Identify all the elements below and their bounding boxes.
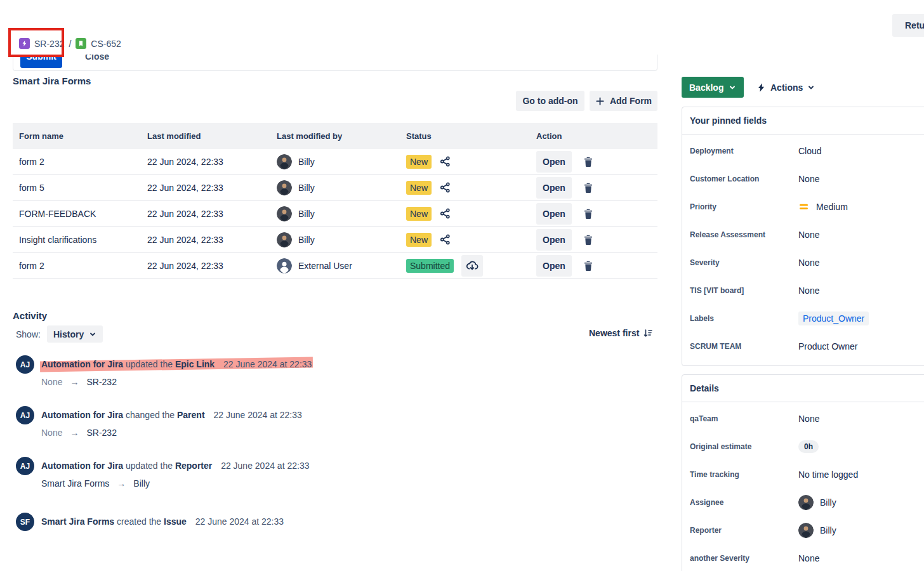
download-submission-button[interactable]	[461, 255, 483, 277]
open-form-button[interactable]: Open	[536, 177, 572, 199]
table-row: form 2 22 Jun 2024, 22:33 External User …	[13, 253, 657, 279]
automation-avatar: AJ	[16, 355, 34, 374]
col-action: Action	[536, 131, 657, 141]
user-avatar	[277, 206, 292, 221]
modified-by-name: Billy	[298, 157, 315, 167]
return-button[interactable]: Return	[892, 14, 924, 37]
open-form-button[interactable]: Open	[536, 229, 572, 251]
share-icon[interactable]	[439, 233, 451, 246]
open-form-button[interactable]: Open	[536, 151, 572, 173]
col-last-modified-by: Last modified by	[277, 131, 406, 141]
activity-section-title: Activity	[13, 310, 47, 321]
breadcrumb-issue-link[interactable]: CS-652	[91, 39, 121, 49]
form-name: FORM-FEEDBACK	[19, 209, 147, 219]
field-row-reporter: Reporter Billy	[682, 516, 924, 544]
open-form-button[interactable]: Open	[536, 255, 572, 277]
activity-headline: Automation for Jira changed the Parent 2…	[41, 410, 302, 420]
field-row-labels: Labels Product_Owner	[682, 305, 924, 332]
user-avatar	[277, 180, 292, 195]
forms-table: Form name Last modified Last modified by…	[13, 123, 657, 279]
table-row: Insight clarifications 22 Jun 2024, 22:3…	[13, 227, 657, 253]
estimate-pill[interactable]: 0h	[798, 440, 819, 453]
trash-icon[interactable]	[582, 233, 595, 246]
form-name: form 2	[19, 261, 147, 271]
last-modified: 22 Jun 2024, 22:33	[147, 157, 277, 167]
forms-section-title: Smart Jira Forms	[13, 75, 91, 86]
breadcrumb-separator: /	[69, 39, 71, 49]
activity-filter-dropdown[interactable]: History	[47, 325, 103, 343]
form-name: Insight clarifications	[19, 235, 147, 245]
activity-timestamp: 22 June 2024 at 22:33	[221, 461, 309, 471]
reporter-avatar	[798, 523, 814, 538]
modified-by-name: External User	[298, 261, 352, 271]
activity-change: None → SR-232	[41, 428, 117, 438]
smart-forms-avatar: SF	[16, 513, 34, 531]
sticky-header-strip	[0, 0, 924, 55]
field-row-release-assessment: Release Assessment None	[682, 221, 924, 249]
user-avatar	[277, 154, 292, 169]
assignee-avatar	[798, 495, 814, 510]
actions-dropdown-button[interactable]: Actions	[756, 77, 815, 98]
field-row-time-tracking: Time tracking No time logged	[682, 461, 924, 489]
activity-timestamp: 22 June 2024 at 22:33	[213, 410, 301, 420]
share-icon[interactable]	[439, 181, 451, 194]
last-modified: 22 Jun 2024, 22:33	[147, 183, 277, 193]
activity-change: None → SR-232	[41, 377, 117, 387]
share-icon[interactable]	[439, 155, 451, 167]
last-modified: 22 Jun 2024, 22:33	[147, 261, 277, 271]
label-chip[interactable]: Product_Owner	[798, 312, 869, 325]
open-form-button[interactable]: Open	[536, 203, 572, 225]
automation-avatar: AJ	[16, 457, 34, 475]
activity-timestamp: 22 June 2024 at 22:33	[195, 516, 284, 527]
status-badge: New	[406, 207, 432, 221]
trash-icon[interactable]	[582, 155, 595, 168]
trash-icon[interactable]	[582, 259, 595, 272]
chevron-down-icon	[89, 331, 96, 338]
arrow-right-icon: →	[70, 428, 79, 438]
modified-by-name: Billy	[298, 235, 315, 245]
activity-sort-control[interactable]: Newest first	[589, 328, 653, 338]
status-badge: New	[406, 181, 432, 195]
trash-icon[interactable]	[582, 181, 595, 194]
table-row: form 5 22 Jun 2024, 22:33 Billy New Open	[13, 175, 657, 201]
automation-avatar: AJ	[16, 406, 34, 424]
goto-addon-button[interactable]: Go to add-on	[516, 91, 584, 111]
activity-headline: Automation for Jira updated the Epic Lin…	[41, 359, 312, 369]
chevron-down-icon	[807, 84, 815, 91]
priority-medium-icon	[798, 202, 810, 211]
sort-order-icon	[643, 328, 653, 338]
status-dropdown-button[interactable]: Backlog	[682, 77, 744, 98]
chevron-down-icon	[729, 84, 736, 91]
story-type-icon	[76, 38, 86, 49]
field-row-assignee: Assignee Billy	[682, 489, 924, 516]
activity-timestamp: 22 June 2024 at 22:33	[223, 359, 312, 369]
trash-icon[interactable]	[582, 207, 595, 220]
status-badge: New	[406, 233, 432, 247]
lightning-icon	[756, 82, 766, 93]
red-annotation-box	[8, 28, 64, 57]
last-modified: 22 Jun 2024, 22:33	[147, 235, 277, 245]
field-row-another-severity: another Severity None	[682, 544, 924, 571]
table-row: FORM-FEEDBACK 22 Jun 2024, 22:33 Billy N…	[13, 201, 657, 227]
field-row-scrum-team: SCRUM TEAM Product Owner	[682, 332, 924, 360]
arrow-right-icon: →	[117, 478, 126, 489]
field-row-customer-location: Customer Location None	[682, 165, 924, 193]
table-row: form 2 22 Jun 2024, 22:33 Billy New Open	[13, 149, 657, 175]
col-last-modified: Last modified	[147, 131, 277, 141]
status-badge: New	[406, 155, 432, 169]
last-modified: 22 Jun 2024, 22:33	[147, 209, 277, 219]
add-form-button[interactable]: Add Form	[590, 91, 657, 111]
activity-headline: Automation for Jira updated the Reporter…	[41, 461, 309, 471]
activity-show-label: Show:	[16, 329, 41, 339]
details-panel-title: Details	[682, 375, 924, 402]
details-panel: Details qaTeam None Original estimate 0h…	[682, 374, 924, 571]
form-name: form 2	[19, 157, 147, 167]
pinned-panel-title: Your pinned fields	[682, 107, 924, 135]
share-icon[interactable]	[439, 207, 451, 220]
table-header-row: Form name Last modified Last modified by…	[13, 123, 657, 149]
field-row-priority: Priority Medium	[682, 193, 924, 221]
pinned-fields-panel: Your pinned fields Deployment Cloud Cust…	[682, 107, 924, 366]
col-form-name: Form name	[19, 131, 147, 141]
status-badge: Submitted	[406, 259, 454, 273]
modified-by-name: Billy	[298, 209, 315, 219]
